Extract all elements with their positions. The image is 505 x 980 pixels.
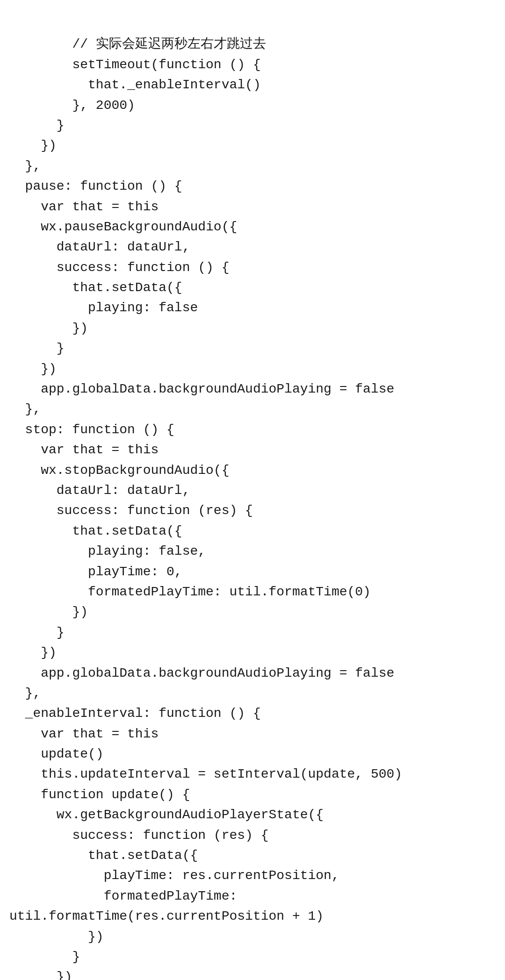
code-line: playTime: 0, [9,562,496,582]
code-container: // 实际会延迟两秒左右才跳过去 setTimeout(function () … [9,14,496,980]
code-line: } [9,947,496,967]
code-line: playing: false [9,298,496,318]
code-line: }, [9,156,496,176]
code-line: }) [9,359,496,379]
code-line: success: function (res) { [9,501,496,521]
code-line: formatedPlayTime: util.formatTime(0) [9,582,496,602]
code-line: dataUrl: dataUrl, [9,480,496,501]
code-line: pause: function () { [9,176,496,196]
code-line: var that = this [9,724,496,744]
code-line: dataUrl: dataUrl, [9,237,496,257]
code-line: app.globalData.backgroundAudioPlaying = … [9,379,496,399]
code-line: formatedPlayTime: [9,886,496,906]
code-line: }) [9,136,496,156]
code-line: }) [9,967,496,980]
code-line: app.globalData.backgroundAudioPlaying = … [9,663,496,683]
code-line: that.setData({ [9,521,496,541]
code-line: wx.getBackgroundAudioPlayerState({ [9,805,496,825]
code-line: this.updateInterval = setInterval(update… [9,764,496,784]
code-line: wx.stopBackgroundAudio({ [9,460,496,480]
code-line: }, [9,399,496,419]
code-line: util.formatTime(res.currentPosition + 1) [9,906,496,926]
code-line: }, [9,683,496,703]
code-line: function update() { [9,785,496,805]
code-line: that.setData({ [9,845,496,866]
code-line: var that = this [9,440,496,460]
code-line: playTime: res.currentPosition, [9,866,496,886]
code-line: }) [9,643,496,663]
code-line: that.setData({ [9,278,496,298]
code-line: that._enableInterval() [9,75,496,95]
code-line: playing: false, [9,541,496,561]
code-line: }) [9,318,496,338]
code-line: } [9,338,496,358]
code-line: wx.pauseBackgroundAudio({ [9,217,496,237]
code-line: }, 2000) [9,95,496,115]
code-line: }) [9,927,496,947]
code-line: } [9,115,496,136]
code-line: setTimeout(function () { [9,55,496,75]
code-line: success: function (res) { [9,825,496,845]
code-line: success: function () { [9,258,496,278]
code-line: stop: function () { [9,420,496,440]
code-line: }) [9,602,496,622]
code-line: } [9,622,496,643]
code-line: update() [9,744,496,764]
code-line: // 实际会延迟两秒左右才跳过去 [9,34,496,54]
code-line: var that = this [9,197,496,217]
code-line: _enableInterval: function () { [9,703,496,723]
